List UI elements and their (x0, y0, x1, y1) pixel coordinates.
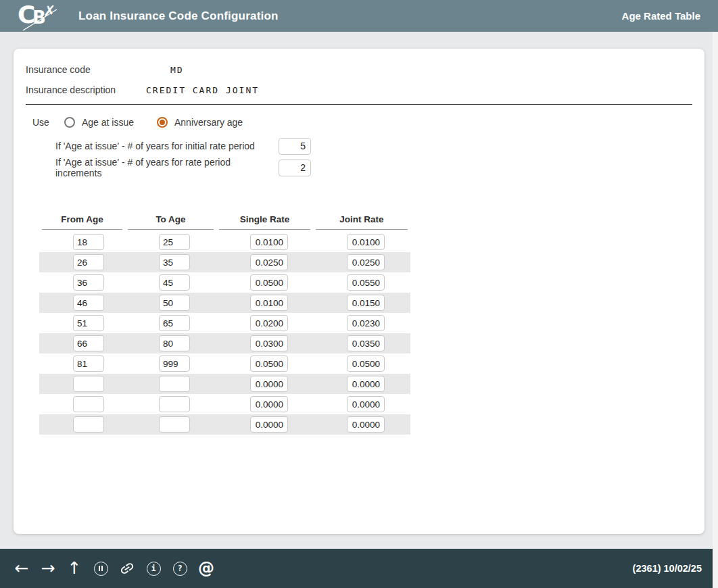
toolbar-icons: ← → ↑ i ? @ (14, 560, 214, 577)
single-rate-input[interactable] (250, 315, 288, 331)
radio-anniversary-age[interactable]: Anniversary age (157, 117, 243, 128)
insurance-description-value: CREDIT CARD JOINT (133, 85, 259, 95)
from-age-input[interactable] (73, 274, 104, 291)
column-header-joint-rate: Joint Rate (316, 214, 408, 230)
at-sign-icon[interactable]: @ (198, 560, 214, 577)
single-rate-input[interactable] (250, 295, 288, 311)
age-rate-table-body (39, 232, 410, 435)
bottom-toolbar: ← → ↑ i ? @ (2361) 10/02/25 (0, 549, 713, 588)
joint-rate-input[interactable] (347, 274, 385, 291)
column-header-to-age: To Age (128, 214, 214, 230)
table-row (39, 333, 410, 353)
joint-rate-input[interactable] (347, 295, 385, 311)
single-rate-input[interactable] (250, 274, 288, 291)
table-row (39, 353, 410, 374)
header-bar: C B ✗ Loan Insurance Code Configuration … (0, 0, 718, 32)
to-age-input[interactable] (159, 416, 190, 433)
to-age-input[interactable] (159, 295, 190, 311)
single-rate-input[interactable] (250, 234, 288, 250)
page-title: Loan Insurance Code Configuration (78, 9, 279, 23)
table-row (39, 394, 410, 414)
info-circle-icon[interactable]: i (145, 560, 162, 577)
joint-rate-input[interactable] (347, 234, 385, 250)
from-age-input[interactable] (73, 416, 104, 433)
forward-arrow-icon[interactable]: → (40, 560, 56, 577)
to-age-input[interactable] (159, 234, 190, 250)
radio-anniversary-age-label: Anniversary age (174, 117, 243, 128)
use-label: Use (32, 117, 49, 128)
initial-rate-period-row: If 'Age at issue' - # of years for initi… (55, 137, 692, 155)
from-age-input[interactable] (73, 376, 104, 392)
radio-unselected-icon[interactable] (64, 117, 75, 128)
initial-rate-period-label: If 'Age at issue' - # of years for initi… (55, 141, 279, 151)
scrollbar-track[interactable] (713, 32, 718, 588)
single-rate-input[interactable] (250, 254, 288, 270)
from-age-input[interactable] (73, 315, 104, 331)
column-header-single-rate: Single Rate (219, 214, 310, 230)
header-subtitle: Age Rated Table (622, 10, 700, 22)
age-rate-table-header: From Age To Age Single Rate Joint Rate (39, 214, 410, 230)
to-age-input[interactable] (159, 274, 190, 291)
joint-rate-input[interactable] (347, 376, 385, 392)
to-age-input[interactable] (159, 254, 190, 270)
up-arrow-icon[interactable]: ↑ (66, 560, 82, 577)
rate-period-increments-label: If 'Age at issue' - # of years for rate … (55, 157, 279, 178)
divider (26, 104, 692, 105)
single-rate-input[interactable] (250, 416, 288, 433)
cbx-logo: C B ✗ (18, 1, 66, 31)
age-rate-table: From Age To Age Single Rate Joint Rate (39, 214, 410, 435)
from-age-input[interactable] (73, 356, 104, 372)
from-age-input[interactable] (73, 335, 104, 351)
rate-period-increments-row: If 'Age at issue' - # of years for rate … (55, 159, 692, 176)
single-rate-input[interactable] (250, 356, 288, 372)
insurance-description-label: Insurance description (26, 84, 133, 95)
table-row (39, 414, 410, 435)
initial-rate-period-input[interactable] (279, 138, 311, 155)
back-arrow-icon[interactable]: ← (14, 560, 30, 577)
to-age-input[interactable] (159, 315, 190, 331)
joint-rate-input[interactable] (347, 396, 385, 412)
from-age-input[interactable] (73, 396, 104, 412)
table-row (39, 293, 410, 313)
table-row (39, 232, 410, 252)
table-row (39, 272, 410, 293)
help-circle-icon[interactable]: ? (172, 560, 188, 577)
joint-rate-input[interactable] (347, 356, 385, 372)
use-row: Use Age at issue Anniversary age (32, 114, 692, 130)
joint-rate-input[interactable] (347, 335, 385, 351)
joint-rate-input[interactable] (347, 254, 385, 270)
table-row (39, 374, 410, 394)
joint-rate-input[interactable] (347, 416, 385, 433)
to-age-input[interactable] (159, 356, 190, 372)
link-icon[interactable] (119, 560, 135, 577)
rate-period-increments-input[interactable] (279, 160, 311, 176)
insurance-code-value: MD (133, 65, 184, 75)
to-age-input[interactable] (159, 396, 190, 412)
single-rate-input[interactable] (250, 396, 288, 412)
from-age-input[interactable] (73, 234, 104, 250)
single-rate-input[interactable] (250, 335, 288, 351)
to-age-input[interactable] (159, 335, 190, 351)
table-row (39, 313, 410, 333)
radio-age-at-issue-label: Age at issue (82, 117, 134, 128)
insurance-description-row: Insurance description CREDIT CARD JOINT (26, 80, 692, 100)
joint-rate-input[interactable] (347, 315, 385, 331)
session-status: (2361) 10/02/25 (633, 563, 702, 574)
from-age-input[interactable] (73, 295, 104, 311)
insurance-code-label: Insurance code (26, 64, 133, 75)
to-age-input[interactable] (159, 376, 190, 392)
insurance-code-row: Insurance code MD (26, 59, 692, 80)
single-rate-input[interactable] (250, 376, 288, 392)
column-header-from-age: From Age (42, 214, 122, 230)
radio-age-at-issue[interactable]: Age at issue (64, 117, 134, 128)
config-card: Insurance code MD Insurance description … (14, 49, 704, 534)
from-age-input[interactable] (73, 254, 104, 270)
radio-selected-icon[interactable] (157, 117, 168, 128)
table-row (39, 252, 410, 272)
pause-circle-icon[interactable] (93, 560, 109, 577)
